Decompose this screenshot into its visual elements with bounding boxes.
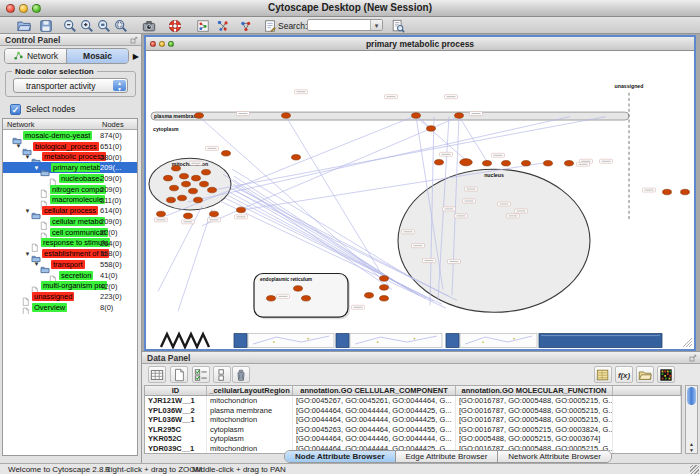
tree-row[interactable]: ▼primary metabo209(... xyxy=(3,162,137,173)
tree-row[interactable]: ▼cellular process614(0) xyxy=(3,205,137,216)
zoom-out-icon[interactable] xyxy=(62,18,78,33)
tree-row[interactable]: mosaic-demo-yeast874(0) xyxy=(3,130,137,141)
table-cell[interactable]: plasma membrane xyxy=(207,406,293,416)
expander-icon[interactable]: ▼ xyxy=(24,154,31,160)
zoom-selected-icon[interactable] xyxy=(96,18,112,33)
tree-row[interactable]: cell communicat22(0) xyxy=(3,227,137,238)
network-canvas[interactable]: plasma membranecytoplasmmitochondrionnuc… xyxy=(146,51,694,349)
table-cell[interactable] xyxy=(613,406,681,416)
tree-row[interactable]: macromolecule311(0) xyxy=(3,195,137,206)
tree-row[interactable]: multi-organism pro42(0) xyxy=(3,281,137,292)
tab-edge-attribute-browser[interactable]: Edge Attribute Browser xyxy=(396,451,499,462)
window-titlebar[interactable]: Cytoscape Desktop (New Session) xyxy=(0,0,700,17)
open-session-icon[interactable] xyxy=(16,18,32,33)
table-cell[interactable]: [GO:0045267, GO:0045261, GO:0044464, G..… xyxy=(293,396,456,406)
table-row[interactable]: YLR295Ccytoplasm[GO:0045263, GO:0044464,… xyxy=(145,425,681,435)
table-cell[interactable]: [GO:0044464, GO:0044444, GO:0044425, G..… xyxy=(293,415,456,425)
column-header[interactable]: ID xyxy=(145,386,207,395)
tab-mosaic[interactable]: Mosaic xyxy=(67,49,128,63)
table-cell[interactable] xyxy=(613,444,681,454)
float-panel-icon[interactable] xyxy=(689,354,697,362)
select-attributes-icon[interactable] xyxy=(192,366,210,383)
tree-row[interactable]: ▼metabolic process280(0) xyxy=(3,152,137,163)
table-cell[interactable]: [GO:0016787, GO:0005488, GO:0005215, G..… xyxy=(456,415,613,425)
tree-row[interactable]: response to stimulu264(0) xyxy=(3,238,137,249)
tree-row[interactable]: nucleobase-209(0) xyxy=(3,173,137,184)
tree-row[interactable]: Overview8(0) xyxy=(3,302,137,313)
import-table-icon[interactable] xyxy=(594,366,612,383)
enhanced-search-icon[interactable] xyxy=(390,18,406,33)
table-cell[interactable]: mitochondrion xyxy=(207,415,293,425)
zoom-fit-icon[interactable] xyxy=(113,18,129,33)
expander-icon[interactable]: ▼ xyxy=(24,208,31,214)
more-tabs-arrow[interactable]: ▶ xyxy=(133,52,139,61)
tree-row[interactable]: ▼biological_process651(0) xyxy=(3,141,137,152)
network-tree-header[interactable]: Network Nodes xyxy=(3,119,137,130)
delete-attribute-icon[interactable] xyxy=(232,366,250,383)
table-cell[interactable]: YDR039C__1 xyxy=(145,444,207,454)
expander-icon[interactable]: ▼ xyxy=(15,143,22,149)
scrollbar-thumb[interactable] xyxy=(687,387,696,405)
resize-grip[interactable] xyxy=(690,465,699,474)
column-header[interactable]: annotation.GO CELLULAR_COMPONENT xyxy=(293,386,456,395)
table-cell[interactable] xyxy=(613,434,681,444)
node-color-dropdown[interactable]: transporter activity ▲▼ xyxy=(13,78,128,93)
table-cell[interactable]: mitochondrion xyxy=(207,396,293,406)
table-cell[interactable]: mitochondrion xyxy=(207,444,293,454)
select-nodes-checkbox[interactable]: ✓ xyxy=(10,104,21,115)
column-header[interactable]: annotation.GO MOLECULAR_FUNCTION xyxy=(456,386,613,395)
table-cell[interactable]: cytoplasm xyxy=(207,425,293,435)
table-cell[interactable]: YPL036W__1 xyxy=(145,415,207,425)
function-builder-icon[interactable]: f(x) xyxy=(615,366,633,383)
table-cell[interactable]: [GO:0016787, GO:0005215, GO:0003824, G..… xyxy=(456,425,613,435)
table-row[interactable]: YKR052Ccytoplasm[GO:0044464, GO:0044446,… xyxy=(145,434,681,444)
table-row[interactable]: YJR121W__1mitochondrion[GO:0045267, GO:0… xyxy=(145,396,681,406)
open-attribute-icon[interactable] xyxy=(636,366,654,383)
tree-row[interactable]: secretion41(0) xyxy=(3,270,137,281)
table-cell[interactable]: [GO:0016787, GO:0005488, GO:0005215, G..… xyxy=(456,396,613,406)
table-cell[interactable] xyxy=(613,425,681,435)
table-cell[interactable]: YKR052C xyxy=(145,434,207,444)
table-cell[interactable]: YJR121W__1 xyxy=(145,396,207,406)
table-cell[interactable]: [GO:0005488, GO:0005215, GO:0003674] xyxy=(456,434,613,444)
table-cell[interactable] xyxy=(613,415,681,425)
table-cell[interactable]: [GO:0044464, GO:0044444, GO:0044425, G..… xyxy=(293,406,456,416)
table-cell[interactable]: [GO:0045263, GO:0044464, GO:0044455, G..… xyxy=(293,425,456,435)
scrollbar-arrows[interactable]: ▲▼ xyxy=(686,441,697,453)
network-overview-icon[interactable] xyxy=(195,18,211,33)
table-cell[interactable]: YLR295C xyxy=(145,425,207,435)
apply-layout-2-icon[interactable] xyxy=(238,18,254,33)
heatmap-icon[interactable] xyxy=(657,366,675,383)
attribute-table-header[interactable]: ID_cellularLayoutRegionannotation.GO CEL… xyxy=(145,386,681,396)
table-cell[interactable]: [GO:0016787, GO:0005488, GO:0005215, G..… xyxy=(456,406,613,416)
table-cell[interactable]: cytoplasm xyxy=(207,434,293,444)
tab-network-attribute-browser[interactable]: Network Attribute Browser xyxy=(498,451,610,462)
network-view-titlebar[interactable]: primary metabolic process xyxy=(146,37,694,51)
expander-icon[interactable]: ▼ xyxy=(33,261,40,267)
expander-icon[interactable]: ▼ xyxy=(24,251,31,257)
tree-row[interactable]: unassigned223(0) xyxy=(3,291,137,302)
search-dropdown-arrow[interactable]: ▾ xyxy=(370,20,382,30)
help-lifering-icon[interactable] xyxy=(167,18,183,33)
tree-row[interactable]: cellular metabo209(0) xyxy=(3,216,137,227)
tree-row[interactable]: ▼transport558(0) xyxy=(3,259,137,270)
zoom-in-icon[interactable] xyxy=(79,18,95,33)
table-row[interactable]: YPL036W__2plasma membrane[GO:0044464, GO… xyxy=(145,406,681,416)
attribute-pair-icon[interactable] xyxy=(213,366,231,383)
tab-network[interactable]: Network xyxy=(5,49,67,63)
attribute-table-scrollbar[interactable]: ▲▼ xyxy=(685,385,698,454)
float-panel-icon[interactable] xyxy=(130,36,138,44)
table-cell[interactable] xyxy=(613,396,681,406)
attribute-grid-icon[interactable] xyxy=(148,366,166,383)
tab-node-attribute-browser[interactable]: Node Attribute Browser xyxy=(285,451,396,462)
column-header[interactable]: _cellularLayoutRegion xyxy=(207,386,293,395)
annotation-icon[interactable] xyxy=(262,18,278,33)
tree-row[interactable]: nitrogen compo209(0) xyxy=(3,184,137,195)
new-attribute-icon[interactable] xyxy=(170,366,188,383)
table-cell[interactable]: YPL036W__2 xyxy=(145,406,207,416)
apply-layout-1-icon[interactable] xyxy=(215,18,231,33)
tree-row[interactable]: ▼establishment of lo558(0) xyxy=(3,248,137,259)
save-session-icon[interactable] xyxy=(38,18,54,33)
network-view-window[interactable]: primary metabolic process plasma membran… xyxy=(144,35,696,351)
search-input[interactable]: ▾ xyxy=(307,19,383,31)
